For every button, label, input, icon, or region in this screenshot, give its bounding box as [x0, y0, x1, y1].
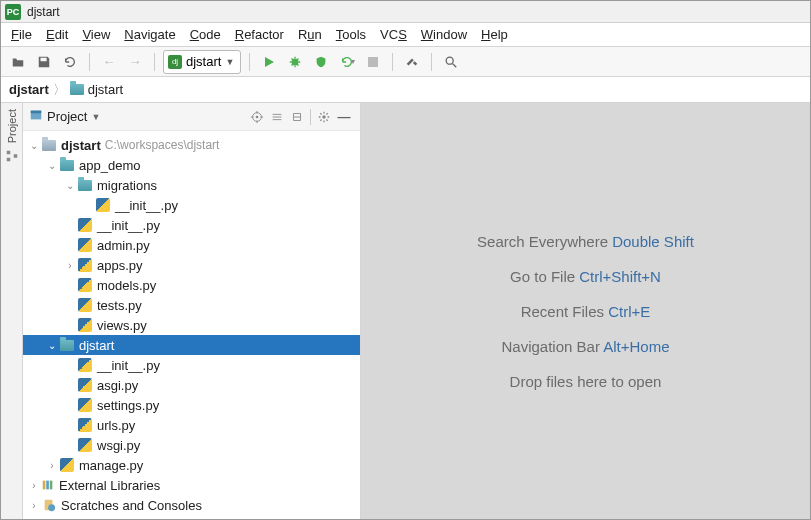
- menu-bar: File Edit View Navigate Code Refactor Ru…: [1, 23, 810, 47]
- editor-placeholder[interactable]: Search Everywhere Double Shift Go to Fil…: [361, 103, 810, 519]
- stop-icon[interactable]: [362, 51, 384, 73]
- tree-label: tests.py: [97, 298, 142, 313]
- toolbar-separator: [310, 109, 311, 125]
- chevron-down-icon[interactable]: ⌄: [63, 180, 77, 191]
- chevron-right-icon[interactable]: ›: [45, 460, 59, 471]
- forward-icon[interactable]: →: [124, 51, 146, 73]
- tree-file[interactable]: settings.py: [23, 395, 360, 415]
- python-file-icon: [78, 398, 92, 412]
- folder-icon: [42, 140, 56, 151]
- build-icon[interactable]: [401, 51, 423, 73]
- search-icon[interactable]: [440, 51, 462, 73]
- project-tree[interactable]: ⌄ djstart C:\workspaces\djstart ⌄ app_de…: [23, 131, 360, 519]
- folder-icon: [60, 160, 74, 171]
- gear-icon[interactable]: [314, 107, 334, 127]
- menu-edit[interactable]: Edit: [40, 25, 74, 44]
- tree-file[interactable]: asgi.py: [23, 375, 360, 395]
- menu-file[interactable]: File: [5, 25, 38, 44]
- svg-rect-11: [43, 481, 46, 490]
- python-file-icon: [96, 198, 110, 212]
- debug-icon[interactable]: [284, 51, 306, 73]
- tree-folder-app-demo[interactable]: ⌄ app_demo: [23, 155, 360, 175]
- hide-icon[interactable]: —: [334, 107, 354, 127]
- chevron-right-icon[interactable]: ›: [63, 260, 77, 271]
- chevron-down-icon[interactable]: ⌄: [45, 340, 59, 351]
- tree-label: models.py: [97, 278, 156, 293]
- locate-icon[interactable]: [247, 107, 267, 127]
- tree-file[interactable]: urls.py: [23, 415, 360, 435]
- chevron-right-icon[interactable]: ›: [27, 500, 41, 511]
- tree-label: djstart: [61, 138, 101, 153]
- tree-label: views.py: [97, 318, 147, 333]
- tree-label: admin.py: [97, 238, 150, 253]
- run-config-selector[interactable]: dj djstart ▼: [163, 50, 241, 74]
- tree-file[interactable]: __init__.py: [23, 195, 360, 215]
- tree-file[interactable]: __init__.py: [23, 215, 360, 235]
- refresh-icon[interactable]: [59, 51, 81, 73]
- tree-root[interactable]: ⌄ djstart C:\workspaces\djstart: [23, 135, 360, 155]
- tree-scratches[interactable]: › Scratches and Consoles: [23, 495, 360, 515]
- breadcrumb-root[interactable]: djstart: [9, 82, 49, 97]
- menu-window[interactable]: Window: [415, 25, 473, 44]
- toolbar-separator: [431, 53, 432, 71]
- menu-code[interactable]: Code: [184, 25, 227, 44]
- tree-folder-djstart[interactable]: ⌄ djstart: [23, 335, 360, 355]
- chevron-down-icon[interactable]: ⌄: [45, 160, 59, 171]
- menu-vcs[interactable]: VCS: [374, 25, 413, 44]
- python-file-icon: [78, 358, 92, 372]
- menu-help[interactable]: Help: [475, 25, 514, 44]
- toolbar-separator: [392, 53, 393, 71]
- tree-label: __init__.py: [97, 358, 160, 373]
- chevron-down-icon[interactable]: ▼: [91, 112, 100, 122]
- breadcrumb-item[interactable]: djstart: [88, 82, 123, 97]
- expand-all-icon[interactable]: [267, 107, 287, 127]
- left-tool-strip: Project: [1, 103, 23, 519]
- menu-run[interactable]: Run: [292, 25, 328, 44]
- tree-file[interactable]: models.py: [23, 275, 360, 295]
- python-file-icon: [78, 438, 92, 452]
- python-file-icon: [60, 458, 74, 472]
- menu-refactor[interactable]: Refactor: [229, 25, 290, 44]
- toolbar-separator: [154, 53, 155, 71]
- coverage-icon[interactable]: [310, 51, 332, 73]
- python-file-icon: [78, 298, 92, 312]
- tree-file-manage[interactable]: › manage.py: [23, 455, 360, 475]
- tree-file[interactable]: › apps.py: [23, 255, 360, 275]
- project-toolwindow-tab[interactable]: Project: [6, 109, 18, 143]
- run-icon[interactable]: [258, 51, 280, 73]
- tree-file[interactable]: wsgi.py: [23, 435, 360, 455]
- main-toolbar: ← → dj djstart ▼ ▾: [1, 47, 810, 77]
- tree-external-libraries[interactable]: › External Libraries: [23, 475, 360, 495]
- tree-file[interactable]: tests.py: [23, 295, 360, 315]
- profile-icon[interactable]: ▾: [336, 51, 358, 73]
- menu-navigate[interactable]: Navigate: [118, 25, 181, 44]
- chevron-down-icon[interactable]: ⌄: [27, 140, 41, 151]
- tree-folder-migrations[interactable]: ⌄ migrations: [23, 175, 360, 195]
- svg-point-15: [48, 504, 55, 511]
- tree-label: urls.py: [97, 418, 135, 433]
- folder-icon: [70, 84, 84, 95]
- tree-file[interactable]: __init__.py: [23, 355, 360, 375]
- hint-navigation-bar: Navigation Bar Alt+Home: [501, 338, 669, 355]
- svg-rect-4: [6, 158, 10, 162]
- svg-point-10: [322, 115, 326, 119]
- tree-label: apps.py: [97, 258, 143, 273]
- chevron-right-icon[interactable]: ›: [27, 480, 41, 491]
- menu-tools[interactable]: Tools: [330, 25, 372, 44]
- tree-file[interactable]: admin.py: [23, 235, 360, 255]
- tree-file[interactable]: views.py: [23, 315, 360, 335]
- menu-view[interactable]: View: [76, 25, 116, 44]
- tree-label: __init__.py: [115, 198, 178, 213]
- save-icon[interactable]: [33, 51, 55, 73]
- window-title: djstart: [27, 5, 60, 19]
- chevron-down-icon: ▼: [225, 57, 234, 67]
- tree-label: __init__.py: [97, 218, 160, 233]
- structure-icon[interactable]: [5, 149, 19, 163]
- breadcrumb: djstart 〉 djstart: [1, 77, 810, 103]
- project-scope-label[interactable]: Project: [47, 109, 87, 124]
- run-config-label: djstart: [186, 54, 221, 69]
- back-icon[interactable]: ←: [98, 51, 120, 73]
- open-icon[interactable]: [7, 51, 29, 73]
- scratches-icon: [41, 497, 57, 513]
- collapse-all-icon[interactable]: [287, 107, 307, 127]
